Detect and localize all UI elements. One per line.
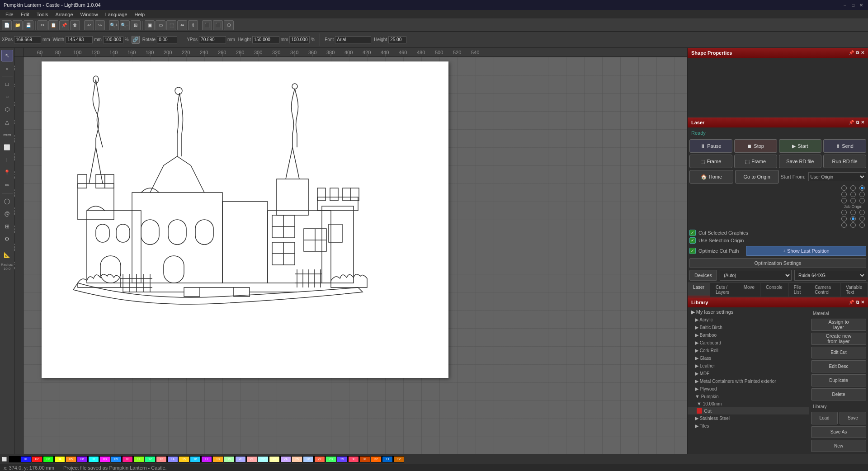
menu-item-file[interactable]: File [2, 11, 17, 18]
pencil-tool-button[interactable]: ✏ [1, 179, 13, 191]
cut-button[interactable]: ✂ [38, 20, 47, 30]
lib-item-acrylic[interactable]: ▶ Acrylic [688, 316, 809, 324]
color-swatch-29[interactable]: 29 [337, 456, 348, 462]
color-swatch-18[interactable]: 18 [212, 456, 223, 462]
close-button[interactable]: ✕ [858, 2, 864, 8]
select-tool-button[interactable]: ↖ [1, 50, 13, 61]
go-to-origin-button[interactable]: Go to Origin [735, 170, 779, 184]
new-lib-button[interactable]: New [811, 440, 866, 452]
menu-item-tools[interactable]: Tools [33, 11, 52, 18]
duplicate-button[interactable]: Duplicate [811, 374, 866, 386]
job-origin-br[interactable] [859, 222, 865, 228]
use-selection-checkbox[interactable]: ✓ [689, 237, 696, 244]
color-swatch-11[interactable]: 11 [133, 456, 144, 462]
frame-button-1[interactable]: ⬚ Frame [689, 155, 732, 168]
flip-v-button[interactable]: ⇕ [188, 20, 198, 30]
copy-button[interactable]: 📋 [48, 20, 58, 30]
origin-br[interactable] [859, 198, 865, 203]
grid-button[interactable]: ⊞ [1, 221, 13, 232]
color-swatch-24[interactable]: 24 [280, 456, 291, 462]
device-ruida-select[interactable]: Ruida 644XG [794, 270, 866, 281]
minimize-button[interactable]: − [842, 2, 848, 8]
triangle-tool-button[interactable]: △ [1, 116, 13, 128]
home-button[interactable]: 🏠 Home [689, 170, 733, 184]
lib-item-leather[interactable]: ▶ Leather [688, 362, 809, 370]
shape-props-close[interactable]: ✕ [861, 50, 864, 56]
color-swatch-28[interactable]: 28 [326, 456, 336, 462]
shape-props-pin[interactable]: 📌 [849, 50, 854, 56]
align-center-button[interactable]: ⬛ [213, 20, 223, 30]
color-swatch-27[interactable]: 27 [314, 456, 325, 462]
show-last-position-button[interactable]: + Show Last Position [746, 246, 866, 256]
device-auto-select[interactable]: (Auto) [720, 270, 792, 281]
save-button[interactable]: 💾 [24, 20, 33, 30]
origin-tl[interactable] [841, 185, 847, 191]
optimize-cut-checkbox[interactable]: ✓ [689, 248, 696, 254]
origin-mc[interactable] [850, 192, 856, 197]
delete-button[interactable]: 🗑 [70, 20, 80, 30]
color-swatch-15[interactable]: 15 [179, 456, 189, 462]
lib-item-plywood[interactable]: ▶ Plywood [688, 385, 809, 393]
save-lib-button[interactable]: Save [840, 412, 866, 424]
start-from-select[interactable]: User Origin [808, 172, 866, 181]
color-swatch-9[interactable]: 09 [111, 456, 122, 462]
laser-close[interactable]: ✕ [861, 120, 864, 125]
lib-item-cork-roll[interactable]: ▶ Cork Roll [688, 347, 809, 354]
rotate-input[interactable] [157, 36, 177, 43]
job-origin-mc[interactable] [850, 216, 856, 221]
frame-tool-button[interactable]: ▭▭ [1, 129, 13, 141]
color-swatch-31[interactable]: 31 [359, 456, 370, 462]
lib-item-stainless-steel[interactable]: ▶ Stainless Steel [688, 414, 809, 422]
lib-item-bamboo[interactable]: ▶ Bamboo [688, 331, 809, 339]
optimization-settings-button[interactable]: Optimization Settings [689, 258, 866, 268]
flip-h-button[interactable]: ⇔ [177, 20, 187, 30]
menu-item-edit[interactable]: Edit [17, 11, 33, 18]
color-swatch-3[interactable]: 03 [43, 456, 54, 462]
save-as-button[interactable]: Save As [811, 426, 866, 438]
trace-button[interactable]: ⬡ [224, 20, 234, 30]
run-rd-button[interactable]: Run RD file [823, 155, 866, 168]
shape-props-float[interactable]: ⧉ [856, 50, 859, 56]
menu-item-help[interactable]: Help [131, 11, 149, 18]
job-origin-bc[interactable] [850, 222, 856, 228]
tab-console[interactable]: Console [760, 283, 788, 297]
color-swatch-32[interactable]: 32 [371, 456, 382, 462]
width-pct-input[interactable] [103, 36, 123, 43]
tab-cuts-layers[interactable]: Cuts / Layers [710, 283, 738, 297]
pointer-tool-button[interactable]: 📍 [1, 167, 13, 179]
lib-subitem-cut[interactable]: Cut [688, 407, 809, 414]
color-swatch-23[interactable]: 23 [269, 456, 280, 462]
send-button[interactable]: ⬆ Send [823, 139, 866, 153]
polygon-tool-button[interactable]: ⬡ [1, 104, 13, 115]
canvas-area[interactable]: 6080 100120 140160 180200 220240 260280 … [14, 48, 687, 454]
color-swatch-12[interactable]: 12 [145, 456, 156, 462]
color-swatch-5[interactable]: 05 [66, 456, 76, 462]
3dbox-tool-button[interactable]: ⬜ [1, 141, 13, 153]
color-swatch-17[interactable]: 17 [201, 456, 212, 462]
color-swatch-34[interactable]: T2 [393, 456, 404, 462]
gear-button[interactable]: ⚙ [1, 233, 13, 245]
color-swatch-14[interactable]: 14 [167, 456, 178, 462]
textheight-input[interactable] [388, 36, 406, 43]
color-swatch-30[interactable]: 30 [348, 456, 359, 462]
lock-ratio-button[interactable]: 🔗 [132, 36, 140, 44]
color-swatch-7[interactable]: 07 [88, 456, 99, 462]
library-pin[interactable]: 📌 [849, 300, 854, 305]
select-all-button[interactable]: ▣ [145, 20, 155, 30]
assign-to-layer-button[interactable]: Assign tolayer [811, 319, 866, 331]
lib-item-baltic-birch[interactable]: ▶ Baltic Birch [688, 324, 809, 331]
frame-button-2[interactable]: ⬚ Frame [734, 155, 777, 168]
font-input[interactable] [335, 36, 371, 43]
start-button[interactable]: ▶ Start [779, 139, 822, 153]
node-edit-button[interactable]: ⬦ [1, 62, 13, 74]
rectangle-tool-button[interactable]: □ [1, 78, 13, 90]
color-swatch-8[interactable]: 08 [99, 456, 110, 462]
ypos-input[interactable] [199, 36, 226, 43]
canvas-content[interactable] [24, 57, 687, 454]
edit-desc-button[interactable]: Edit Desc [811, 360, 866, 372]
align-left-button[interactable]: ⬛ [202, 20, 212, 30]
stop-button[interactable]: ⏹ Stop [734, 139, 777, 153]
library-close[interactable]: ✕ [861, 300, 864, 305]
save-rd-button[interactable]: Save RD file [779, 155, 822, 168]
group-button[interactable]: ▭ [156, 20, 165, 30]
